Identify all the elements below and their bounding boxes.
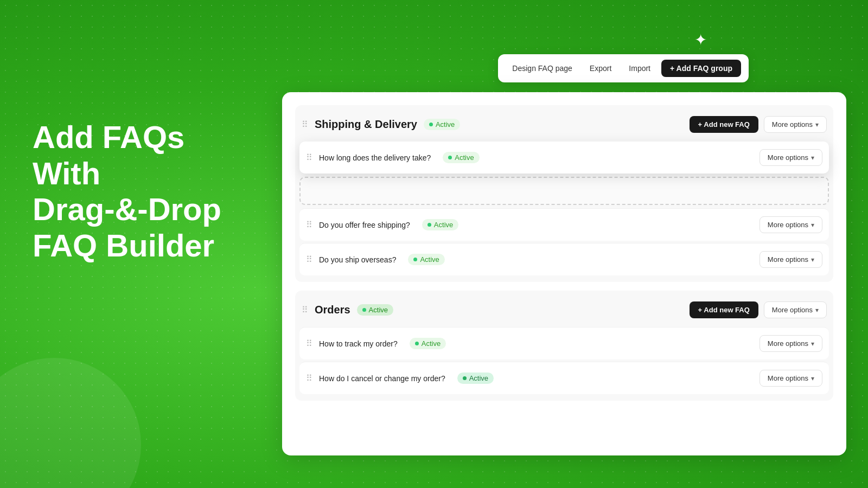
export-button[interactable]: Export [583, 61, 618, 76]
faq-question-free-shipping: Do you offer free shipping? [319, 221, 410, 229]
faq-question-delivery-time: How long does the delivery take? [319, 153, 431, 162]
status-dot-orders [362, 308, 366, 312]
faq-question-track-order: How to track my order? [319, 339, 398, 348]
drag-handle-track-order[interactable]: ⠿ [306, 338, 312, 349]
faq-question-cancel-order: How do I cancel or change my order? [319, 374, 445, 383]
faq-status-track-order: Active [410, 338, 446, 349]
more-options-overseas-button[interactable]: More options ▾ [760, 251, 822, 268]
chevron-down-icon: ▾ [811, 256, 814, 264]
faq-status-cancel-order: Active [457, 373, 494, 384]
faq-question-overseas: Do you ship overseas? [319, 255, 396, 264]
more-options-cancel-order-button[interactable]: More options ▾ [760, 370, 822, 387]
chevron-down-icon: ▾ [811, 154, 814, 162]
faq-actions-track-order: More options ▾ [760, 335, 822, 352]
more-options-free-shipping-button[interactable]: More options ▾ [760, 216, 822, 233]
drag-handle-orders[interactable]: ⠿ [302, 305, 308, 315]
more-options-orders-button[interactable]: More options ▾ [764, 301, 827, 318]
drag-handle-delivery[interactable]: ⠿ [306, 152, 312, 163]
group-items-shipping: ⠿ How long does the delivery take? Activ… [295, 142, 833, 280]
faq-actions-cancel-order: More options ▾ [760, 370, 822, 387]
faq-actions-free-shipping: More options ▾ [760, 216, 822, 233]
drag-handle-free-shipping[interactable]: ⠿ [306, 220, 312, 230]
faq-item-delivery-time: ⠿ How long does the delivery take? Activ… [299, 142, 829, 174]
design-faq-page-button[interactable]: Design FAQ page [506, 61, 579, 76]
faq-item-overseas: ⠿ Do you ship overseas? Active More opti… [299, 243, 829, 275]
chevron-down-icon: ▾ [815, 121, 819, 129]
faq-status-overseas: Active [408, 254, 444, 265]
faq-item-free-shipping: ⠿ Do you offer free shipping? Active Mor… [299, 208, 829, 241]
drop-placeholder [299, 177, 829, 205]
add-new-faq-orders-button[interactable]: + Add new FAQ [690, 301, 758, 318]
chevron-down-icon: ▾ [811, 221, 814, 229]
group-header-orders: ⠿ Orders Active + Add new FAQ More optio… [295, 293, 833, 327]
chevron-down-icon: ▾ [811, 375, 814, 382]
chevron-down-icon: ▾ [815, 306, 819, 314]
faq-actions-overseas: More options ▾ [760, 251, 822, 268]
status-dot-shipping [429, 123, 433, 126]
group-actions-shipping: + Add new FAQ More options ▾ [690, 116, 827, 133]
add-new-faq-shipping-button[interactable]: + Add new FAQ [690, 116, 758, 133]
group-title-shipping: Shipping & Delivery [315, 118, 417, 131]
main-panel: ⠿ Shipping & Delivery Active + Add new F… [282, 92, 846, 455]
toolbar: Design FAQ page Export Import + Add FAQ … [498, 54, 749, 82]
faq-item-track-order: ⠿ How to track my order? Active More opt… [299, 327, 829, 359]
faq-status-delivery-time: Active [443, 152, 479, 163]
faq-actions-delivery-time: More options ▾ [760, 149, 822, 166]
more-options-track-order-button[interactable]: More options ▾ [760, 335, 822, 352]
group-title-orders: Orders [315, 304, 350, 316]
group-items-orders: ⠿ How to track my order? Active More opt… [295, 327, 833, 399]
group-actions-orders: + Add new FAQ More options ▾ [690, 301, 827, 318]
faq-group-shipping: ⠿ Shipping & Delivery Active + Add new F… [295, 105, 833, 282]
faq-group-orders: ⠿ Orders Active + Add new FAQ More optio… [295, 291, 833, 401]
sparkle-icon: ✦ [694, 33, 711, 49]
group-status-orders: Active [357, 304, 393, 316]
drag-handle-overseas[interactable]: ⠿ [306, 254, 312, 265]
faq-status-free-shipping: Active [422, 219, 458, 230]
drag-handle-cancel-order[interactable]: ⠿ [306, 373, 312, 383]
headline: Add FAQs With Drag-&-Drop FAQ Builder [33, 119, 221, 264]
more-options-delivery-button[interactable]: More options ▾ [760, 149, 822, 166]
more-options-shipping-button[interactable]: More options ▾ [764, 116, 827, 133]
group-status-shipping: Active [424, 119, 460, 130]
drag-handle-shipping[interactable]: ⠿ [302, 119, 308, 130]
group-header-shipping: ⠿ Shipping & Delivery Active + Add new F… [295, 107, 833, 142]
import-button[interactable]: Import [622, 61, 657, 76]
chevron-down-icon: ▾ [811, 340, 814, 348]
faq-item-cancel-order: ⠿ How do I cancel or change my order? Ac… [299, 362, 829, 394]
add-faq-group-button[interactable]: + Add FAQ group [661, 60, 741, 77]
